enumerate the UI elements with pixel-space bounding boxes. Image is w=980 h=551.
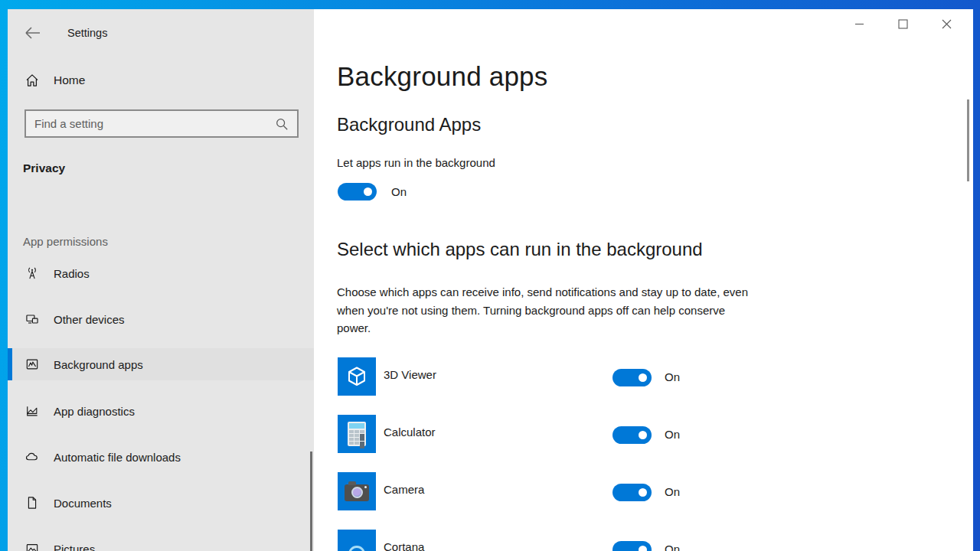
sidebar-item-background-apps[interactable]: Background apps [8, 348, 314, 380]
settings-window: Settings Home Privacy App permissions [8, 9, 973, 551]
app-row-3d-viewer: 3D Viewer On [338, 357, 680, 396]
sidebar-section-title: Privacy [23, 161, 65, 175]
window-title: Settings [67, 27, 107, 39]
document-icon [24, 495, 40, 510]
back-arrow-icon [24, 25, 41, 41]
background-apps-icon [24, 357, 40, 372]
app-name: Cortana [384, 540, 612, 551]
sidebar-item-other-devices[interactable]: Other devices [8, 303, 314, 335]
minimize-button[interactable] [838, 12, 881, 35]
sidebar-item-home[interactable]: Home [24, 70, 85, 90]
main-scrollbar[interactable] [967, 99, 969, 181]
other-devices-icon [24, 311, 40, 327]
cortana-icon [338, 530, 376, 551]
app-toggle-state: On [665, 485, 680, 498]
sidebar-scrollbar[interactable] [310, 452, 312, 551]
cloud-icon [24, 449, 40, 465]
app-name: Camera [384, 483, 612, 496]
sidebar-item-label: Radios [54, 267, 90, 280]
search-icon[interactable] [275, 117, 289, 131]
search-input[interactable] [26, 117, 275, 130]
sidebar-item-label: Pictures [54, 543, 95, 551]
radios-icon [24, 266, 40, 281]
home-icon [24, 73, 40, 88]
sidebar-item-label: Documents [54, 497, 112, 510]
app-diagnostics-icon [24, 403, 40, 419]
let-apps-run-toggle[interactable] [338, 183, 377, 201]
page-title: Background apps [337, 61, 547, 92]
maximize-icon [898, 19, 908, 29]
app-toggle-state: On [665, 543, 680, 551]
let-apps-run-toggle-row: On [338, 183, 407, 201]
app-row-cortana: Cortana On [338, 530, 680, 551]
main-panel: Background apps Background Apps Let apps… [314, 9, 973, 551]
sidebar: Settings Home Privacy App permissions [8, 9, 314, 551]
sidebar-item-label: Background apps [54, 358, 143, 371]
close-button[interactable] [925, 12, 969, 35]
toggle-state-label: On [391, 185, 407, 198]
background-apps-heading: Background Apps [337, 114, 481, 135]
pictures-icon [24, 541, 40, 551]
maximize-button[interactable] [881, 12, 925, 35]
let-apps-run-label: Let apps run in the background [337, 156, 495, 169]
sidebar-group-label: App permissions [23, 235, 108, 248]
app-toggle-calculator[interactable] [612, 426, 652, 444]
sidebar-item-label: Other devices [54, 313, 125, 326]
desktop: Settings Home Privacy App permissions [0, 0, 980, 551]
back-button[interactable] [24, 25, 41, 41]
sidebar-item-app-diagnostics[interactable]: App diagnostics [8, 395, 314, 427]
app-toggle-state: On [665, 428, 680, 441]
app-row-camera: Camera On [338, 472, 680, 510]
app-toggle-cortana[interactable] [612, 541, 652, 551]
3d-viewer-icon [338, 357, 376, 396]
sidebar-item-label: App diagnostics [54, 405, 135, 418]
sidebar-item-radios[interactable]: Radios [8, 257, 314, 289]
app-toggle-3d-viewer[interactable] [612, 369, 652, 386]
calculator-icon [338, 415, 376, 453]
sidebar-item-automatic-file-downloads[interactable]: Automatic file downloads [8, 441, 314, 473]
search-box [24, 109, 299, 138]
home-label: Home [54, 73, 85, 87]
minimize-icon [854, 19, 864, 29]
app-row-calculator: Calculator On [338, 415, 680, 453]
select-apps-heading: Select which apps can run in the backgro… [337, 239, 703, 260]
app-toggle-state: On [665, 370, 680, 383]
sidebar-item-pictures[interactable]: Pictures [8, 533, 314, 551]
app-name: Calculator [384, 425, 612, 439]
window-controls [838, 12, 969, 35]
sidebar-item-documents[interactable]: Documents [8, 487, 314, 519]
camera-icon [338, 472, 376, 510]
app-name: 3D Viewer [384, 368, 612, 381]
select-apps-description: Choose which apps can receive info, send… [337, 283, 756, 337]
close-icon [942, 19, 952, 29]
sidebar-item-label: Automatic file downloads [54, 451, 181, 464]
app-toggle-camera[interactable] [612, 484, 652, 501]
